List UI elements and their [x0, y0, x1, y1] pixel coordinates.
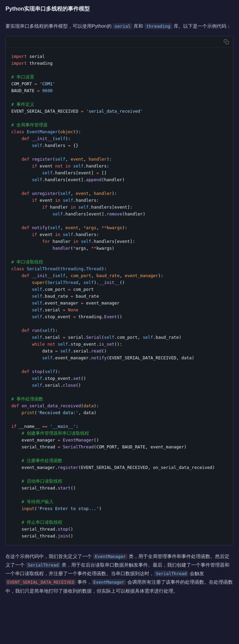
outro-highlight-event: EVENT_SERIAL_DATA_RECEIVED	[5, 579, 76, 585]
copy-icon-svg	[224, 39, 229, 45]
outro-code-serialthread2: SerialThread	[154, 571, 188, 577]
outro-code-eventmanager: EventManager	[93, 554, 127, 559]
page-title: Python实现串口多线程的事件模型	[5, 5, 234, 15]
outro-paragraph: 在这个示例代码中，我们首先定义了一个 EventManager 类，用于全局管理…	[5, 552, 234, 595]
code-area: import serial import threading # 串口设置 CO…	[6, 48, 233, 545]
code-pre: import serial import threading # 串口设置 CO…	[11, 53, 228, 540]
intro-code-threading: threading	[144, 23, 172, 29]
intro-text-before: 要实现串口多线程的事件模型，可以使用Python的	[5, 23, 112, 29]
intro-text-middle: 库和	[134, 23, 143, 29]
outro-code-serialthread: SerialThread	[26, 562, 60, 568]
code-block-header	[6, 36, 233, 48]
intro-text-after: 库。以下是一个示例代码：	[174, 23, 231, 29]
outro-code-eventmanager2: EventManager	[92, 579, 126, 585]
intro-paragraph: 要实现串口多线程的事件模型，可以使用Python的 serial 库和 thre…	[5, 22, 234, 30]
intro-code-serial: serial	[113, 23, 132, 29]
code-block: import serial import threading # 串口设置 CO…	[5, 36, 234, 545]
svg-rect-0	[226, 41, 229, 44]
copy-button[interactable]	[223, 38, 230, 45]
